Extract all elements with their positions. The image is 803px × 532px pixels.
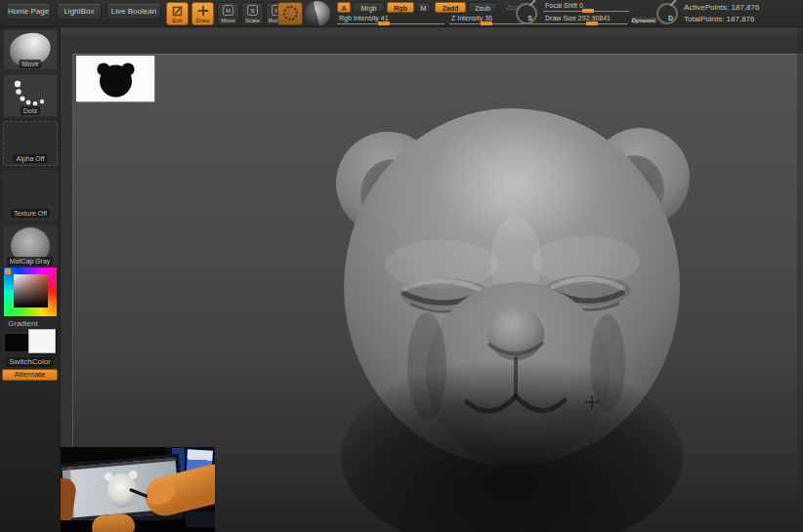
edit-icon bbox=[172, 5, 184, 17]
alternate-button[interactable]: Alternate bbox=[2, 369, 58, 381]
slider-track bbox=[337, 23, 444, 24]
scale-mode-button[interactable]: S Scale bbox=[241, 2, 264, 25]
draw-cursor-icon[interactable]: D bbox=[656, 3, 678, 24]
edit-label: Edit bbox=[172, 18, 182, 23]
scale-icon: S bbox=[247, 5, 258, 16]
zsub-toggle[interactable]: Zsub bbox=[468, 2, 497, 13]
dynamic-button[interactable]: Dynamic bbox=[630, 16, 657, 24]
alpha-name: Alpha Off bbox=[13, 154, 47, 163]
stroke-selector[interactable]: Dots bbox=[3, 74, 58, 117]
bear-ear bbox=[104, 472, 113, 482]
webcam-overlay bbox=[57, 447, 215, 532]
draw-mode-button[interactable]: Draw bbox=[191, 2, 214, 25]
z-intensity-label: Z Intensity 36 bbox=[451, 15, 492, 21]
total-points-readout: TotalPoints: 187,876 bbox=[684, 15, 755, 23]
tool-preview-thumbnail[interactable] bbox=[76, 56, 154, 102]
current-material-sphere[interactable] bbox=[305, 1, 330, 26]
edit-mode-button[interactable]: Edit bbox=[166, 2, 189, 25]
active-points-readout: ActivePoints: 187,876 bbox=[684, 3, 759, 12]
zadd-toggle[interactable]: Zadd bbox=[435, 2, 466, 13]
draw-size-slider[interactable]: Draw Size 292.90841 bbox=[543, 15, 627, 25]
brush-selector[interactable]: Move bbox=[3, 29, 58, 70]
slider-track bbox=[449, 23, 547, 24]
top-toolbar: Home Page LightBox Live Boolean Edit Dra… bbox=[0, 0, 803, 27]
material-name: MatCap Gray bbox=[7, 257, 54, 266]
bear-ear bbox=[128, 471, 138, 480]
current-brush-button[interactable] bbox=[277, 2, 303, 25]
draw-label: Draw bbox=[195, 18, 209, 23]
home-page-button[interactable]: Home Page bbox=[6, 4, 51, 20]
left-tool-palette: Move Dots Alpha Off Texture Off MatCap G… bbox=[0, 27, 61, 532]
pen-icon bbox=[528, 0, 535, 7]
mrgb-toggle[interactable]: Mrgb bbox=[353, 2, 385, 13]
texture-selector[interactable]: Texture Off bbox=[3, 170, 58, 221]
stroke-name: Dots bbox=[21, 106, 40, 115]
brush-name: Move bbox=[19, 60, 41, 68]
color-picker[interactable] bbox=[4, 267, 57, 316]
brush-stroke-icon bbox=[283, 6, 298, 20]
saturation-value-square[interactable] bbox=[14, 274, 48, 307]
alpha-selector[interactable]: Alpha Off bbox=[3, 121, 58, 166]
switch-color-label: SwitchColor bbox=[6, 357, 54, 367]
live-boolean-button[interactable]: Live Boolean bbox=[106, 4, 161, 20]
rgb-intensity-slider[interactable]: Rgb Intensity 41 bbox=[337, 15, 444, 25]
gradient-label: Gradient bbox=[8, 319, 38, 328]
rgb-intensity-label: Rgb Intensity 41 bbox=[339, 15, 389, 21]
keyboard bbox=[186, 512, 215, 527]
dots-stroke-icon bbox=[9, 77, 52, 108]
focal-shift-slider[interactable]: Focal Shift 0 bbox=[543, 2, 629, 13]
stroke-curve-icon[interactable]: S bbox=[516, 3, 537, 24]
right-tray-edge[interactable] bbox=[797, 27, 803, 532]
scale-label: Scale bbox=[245, 18, 260, 23]
pen-icon bbox=[669, 0, 676, 7]
draw-icon bbox=[197, 5, 209, 17]
move-label: Move bbox=[221, 18, 235, 23]
secondary-color-swatch[interactable] bbox=[28, 329, 56, 353]
texture-name: Texture Off bbox=[11, 209, 50, 218]
bear-head-silhouette-icon bbox=[76, 56, 154, 102]
picker-corner-swatch bbox=[5, 268, 11, 274]
lightbox-button[interactable]: LightBox bbox=[57, 4, 102, 20]
slider-handle[interactable] bbox=[582, 9, 594, 13]
rgb-toggle[interactable]: Rgb bbox=[387, 2, 414, 13]
m-toggle[interactable]: M bbox=[416, 2, 431, 13]
main-color-swatch[interactable] bbox=[4, 333, 29, 352]
zbrush-app: Home Page LightBox Live Boolean Edit Dra… bbox=[0, 0, 803, 532]
slider-handle[interactable] bbox=[481, 21, 492, 25]
move-icon: M bbox=[223, 5, 233, 16]
draw-size-label: Draw Size 292.90841 bbox=[545, 15, 611, 21]
focal-shift-label: Focal Shift 0 bbox=[545, 2, 583, 9]
move-mode-button[interactable]: M Move bbox=[217, 2, 239, 25]
canvas-top-band bbox=[61, 27, 803, 35]
slider-handle[interactable] bbox=[378, 21, 390, 25]
a-toggle[interactable]: A bbox=[337, 2, 351, 13]
slider-handle[interactable] bbox=[586, 21, 598, 25]
